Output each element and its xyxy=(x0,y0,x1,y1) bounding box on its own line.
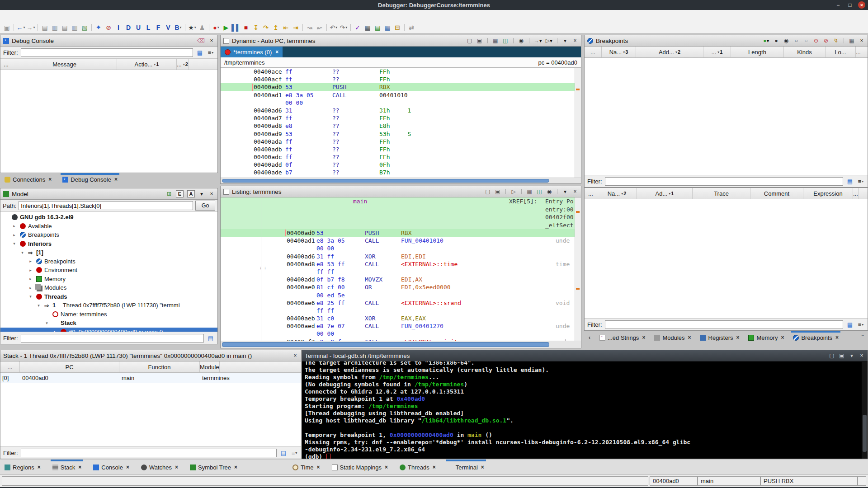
breakpoints-titlebar[interactable]: Breakpoints ●▾●◉○○⊖⊘↯▦× xyxy=(585,35,868,47)
disable-breakpoint-icon[interactable]: ○ xyxy=(793,37,799,44)
undefine-icon[interactable]: U xyxy=(133,23,143,32)
menu-item[interactable] xyxy=(41,14,49,17)
column-header[interactable]: PC xyxy=(20,361,119,372)
disassembly-row[interactable]: 00400aede8 7e 07CALLFUN_00401270unde xyxy=(221,322,581,330)
tab-close-icon[interactable]: × xyxy=(275,49,278,55)
column-header[interactable]: ... xyxy=(0,361,20,372)
disassembly-row[interactable]: 00 00 xyxy=(221,99,581,107)
close-icon[interactable]: × xyxy=(859,37,865,44)
menu-item[interactable] xyxy=(14,14,22,17)
disassemble-icon[interactable]: I xyxy=(113,23,123,32)
expander-icon[interactable]: ▾ xyxy=(19,250,25,255)
model-tree-node[interactable]: ▸ Breakpoints xyxy=(0,257,217,266)
marker-strip[interactable] xyxy=(575,68,581,178)
disassembly-row[interactable]: 00400acfff??FFh xyxy=(221,75,581,83)
step-into-icon[interactable]: ↧ xyxy=(251,23,261,32)
collapse-icon[interactable]: ˆ xyxy=(862,334,863,341)
decompiler-icon[interactable]: ▤ xyxy=(373,23,382,32)
disassembly-row[interactable]: 00400ad053PUSHRBX xyxy=(221,229,581,237)
panel-icon[interactable] xyxy=(844,38,844,43)
disassembly-row[interactable]: ff ff xyxy=(221,268,581,276)
dock-tab[interactable]: Memory × xyxy=(748,331,784,344)
column-header[interactable]: ... xyxy=(0,59,12,70)
expander-icon[interactable]: ▾ xyxy=(28,294,33,299)
horizontal-scrollbar[interactable] xyxy=(221,178,581,183)
xref-value[interactable]: entry:00 xyxy=(545,206,574,213)
function-icon[interactable]: F xyxy=(153,23,163,32)
column-header[interactable]: Module xyxy=(200,361,220,372)
go-button[interactable]: Go xyxy=(195,201,215,211)
dock-tab[interactable]: Console × xyxy=(93,460,129,475)
dock-tab[interactable]: Terminal × xyxy=(448,460,484,475)
expander-icon[interactable]: ▾ xyxy=(44,321,50,325)
marker-strip[interactable] xyxy=(575,197,581,341)
terminal-scrollbar[interactable] xyxy=(862,361,868,459)
step-back-icon[interactable]: ⇤ xyxy=(281,23,291,32)
menu-item[interactable] xyxy=(68,14,76,17)
tab-close-icon[interactable]: × xyxy=(48,176,52,183)
disassembly-row[interactable]: 00400adaff??FFh xyxy=(221,138,581,145)
kill-icon[interactable]: ■ xyxy=(241,23,251,32)
tab-close-icon[interactable]: × xyxy=(316,464,320,470)
tab-close-icon[interactable]: × xyxy=(688,334,691,341)
invalidate-cache-icon[interactable]: ⊘ xyxy=(104,23,113,32)
disassembly-row[interactable]: 00400ad7ff??FFh xyxy=(221,114,581,122)
expander-icon[interactable]: ▸ xyxy=(28,268,33,272)
enable-breakpoint-icon[interactable]: ● xyxy=(773,37,779,44)
edit-table-icon[interactable]: ▦ xyxy=(492,37,499,44)
model-filter-input[interactable] xyxy=(21,334,204,343)
tab-close-icon[interactable]: × xyxy=(78,464,81,470)
debug-console-titlebar[interactable]: Debug Console ⌫× xyxy=(0,35,217,47)
sync-icon[interactable]: ⇄ xyxy=(406,23,416,32)
forward-icon[interactable]: →▾ xyxy=(26,23,36,32)
tab-close-icon[interactable]: × xyxy=(781,334,784,341)
stack-frame-row[interactable]: [0] 00400ad0 main termmines xyxy=(0,373,301,383)
disassembly-row[interactable]: 00400ad1e8 3a 05CALL00401010 xyxy=(221,91,581,99)
column-header[interactable]: Na...▾3 xyxy=(602,47,636,57)
listing-titlebar[interactable]: Listing: termmines ▢▣▷▦◫◉▾× xyxy=(221,186,581,197)
expander-icon[interactable]: ▸ xyxy=(11,224,17,228)
tab-close-icon[interactable]: × xyxy=(175,464,178,470)
toolbar-icon[interactable] xyxy=(91,24,92,31)
model-tree-node[interactable]: ▾ Threads xyxy=(0,292,217,301)
panel-icon[interactable] xyxy=(505,189,506,194)
breakpoints-filter-input[interactable] xyxy=(605,177,844,186)
column-header[interactable]: Lo... xyxy=(826,47,856,57)
disassembly-row[interactable]: 00 00 xyxy=(221,244,581,252)
redo-icon[interactable]: ↷▾ xyxy=(339,23,349,32)
panel-menu-icon[interactable]: ▾ xyxy=(198,190,205,197)
patch-icon[interactable]: ✓ xyxy=(353,23,363,32)
model-tree-node[interactable]: ▾ [1] xyxy=(0,248,217,257)
menu-item[interactable] xyxy=(86,14,94,17)
step-last-icon[interactable]: ⇥ xyxy=(291,23,301,32)
skip-over-icon[interactable]: ↝ xyxy=(305,23,315,32)
column-header[interactable]: ...▾2 xyxy=(177,59,189,70)
snapshot-icon[interactable]: ◉ xyxy=(546,188,552,195)
clear-console-icon[interactable]: ⌫ xyxy=(197,37,205,44)
refresh-memory-icon[interactable]: ▧ xyxy=(80,23,90,32)
paste-icon[interactable]: ▣ xyxy=(839,352,845,359)
panel-icon[interactable] xyxy=(529,38,529,43)
tab-close-icon[interactable]: × xyxy=(126,464,129,470)
toolbar-icon[interactable] xyxy=(209,24,209,31)
filter-clear-icon[interactable]: ▤ xyxy=(846,320,854,328)
expander-icon[interactable]: ▾ xyxy=(11,241,17,246)
attach-icon[interactable]: ♟ xyxy=(197,23,207,32)
close-icon[interactable]: × xyxy=(208,190,215,197)
column-header[interactable]: Length xyxy=(731,47,784,57)
dock-tab[interactable]: Connections × xyxy=(5,173,52,186)
stack-filter-input[interactable] xyxy=(21,449,277,457)
skip-out-icon[interactable]: ↜ xyxy=(315,23,325,32)
clear-all-breakpoints-icon[interactable]: ⊘ xyxy=(823,37,829,44)
tab-close-icon[interactable]: × xyxy=(433,464,436,470)
disassembly-row[interactable]: 00400ad631??31h 1 xyxy=(221,107,581,114)
column-header[interactable]: Actio...▾1 xyxy=(117,59,177,70)
function-header[interactable]: main XREF[5]: Entry Po entry:00 00402f00… xyxy=(221,197,581,229)
tree-view-icon[interactable]: ⊞ xyxy=(166,190,172,197)
dock-tab[interactable]: Breakpoints × xyxy=(793,331,839,344)
terminal-output[interactable]: The target architecture is set to "i386:… xyxy=(302,361,868,459)
tab-close-icon[interactable]: × xyxy=(385,464,388,470)
close-button[interactable]: × xyxy=(858,1,865,9)
disassembly-row[interactable]: 00 00 xyxy=(221,330,581,338)
toolbar-icon[interactable] xyxy=(14,24,14,31)
